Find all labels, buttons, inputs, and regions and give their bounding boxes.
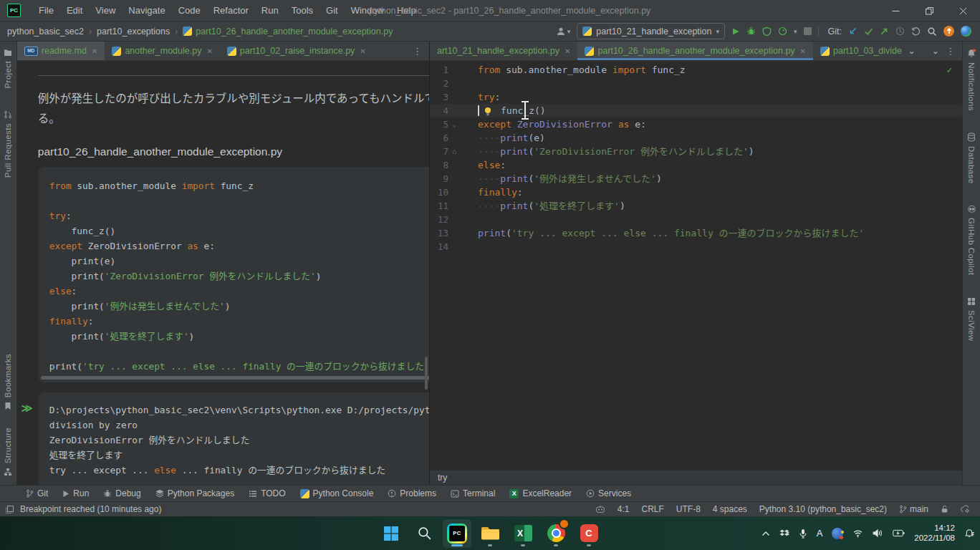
search-icon[interactable]	[927, 26, 937, 37]
editor-line[interactable]: 2	[430, 77, 962, 90]
tab-close-icon[interactable]: ✕	[206, 47, 212, 55]
rollback-icon[interactable]	[911, 27, 921, 36]
tool-window-button-python-console[interactable]: Python Console	[293, 488, 381, 498]
settings-sync-icon[interactable]	[961, 505, 970, 513]
plugin-sphere-icon[interactable]	[961, 26, 971, 37]
code-block-scrollbar[interactable]	[41, 376, 429, 380]
editor-line[interactable]: 7⌂····print('ZeroDivisionError 例外をハンドルしま…	[430, 145, 962, 158]
menu-item-file[interactable]: File	[32, 5, 60, 16]
lock-icon[interactable]	[941, 505, 948, 513]
taskbar-pycharm-icon[interactable]	[443, 519, 471, 548]
editor-line[interactable]: 13print('try ... except ... else ... fin…	[430, 226, 962, 240]
user-icon[interactable]: ▾	[556, 26, 571, 36]
minimize-icon[interactable]	[879, 0, 913, 21]
dropbox-icon[interactable]: z	[779, 529, 789, 538]
breadcrumb-scope[interactable]: try	[438, 473, 447, 483]
run-button[interactable]	[731, 27, 740, 36]
editor-line[interactable]: 4func_z()	[430, 104, 962, 117]
editor-line[interactable]: 1from sub.another_module import func_z✓	[430, 63, 962, 77]
taskbar-clock[interactable]: 14:12 2022/11/08	[914, 524, 955, 543]
taskbar-search-icon[interactable]	[410, 519, 438, 548]
menu-item-refactor[interactable]: Refactor	[207, 5, 255, 16]
update-available-icon[interactable]	[943, 26, 954, 37]
stripe-item-project[interactable]: Project	[4, 49, 12, 89]
menu-item-view[interactable]: View	[89, 5, 122, 16]
tab-close-icon[interactable]: ✕	[800, 47, 806, 55]
git-update-icon[interactable]	[848, 26, 858, 36]
editor-line[interactable]: 5⌄except ZeroDivisionError as e:	[430, 117, 962, 131]
stripe-item-database[interactable]: Database	[967, 132, 976, 183]
stripe-item-sciview[interactable]: SciView	[967, 297, 976, 342]
tool-window-button-debug[interactable]: Debug	[96, 488, 148, 498]
taskbar-chrome-icon[interactable]	[542, 519, 570, 548]
code-editor[interactable]: 1from sub.another_module import func_z✓2…	[430, 61, 962, 470]
caret-position[interactable]: 4:1	[618, 504, 630, 514]
tool-window-button-python-packages[interactable]: Python Packages	[148, 488, 241, 498]
breakpoint-icon[interactable]	[6, 506, 14, 513]
close-icon[interactable]	[946, 0, 980, 21]
tab-close-icon[interactable]: ✕	[565, 47, 570, 55]
chevron-down-icon[interactable]: ▾	[794, 28, 797, 35]
tray-chevron-up-icon[interactable]	[762, 531, 770, 536]
git-branch[interactable]: main	[899, 504, 928, 514]
debug-button[interactable]	[746, 26, 756, 36]
tool-window-button-excelreader[interactable]: XExcelReader	[502, 488, 579, 498]
menu-item-git[interactable]: Git	[320, 5, 345, 16]
hidden-tabs-chevron-icon[interactable]: ⌄	[932, 47, 938, 56]
editor-line[interactable]: 3try:	[430, 90, 962, 104]
editor-line[interactable]: 12	[430, 213, 962, 226]
tool-window-button-problems[interactable]: Problems	[380, 488, 443, 498]
editor-line[interactable]: 10finally:	[430, 185, 962, 199]
editor-breadcrumb[interactable]: try	[430, 470, 962, 485]
editor-line[interactable]: 8else:	[430, 158, 962, 172]
tool-window-button-services[interactable]: Services	[579, 488, 638, 498]
indent-setting[interactable]: 4 spaces	[713, 504, 747, 514]
file-encoding[interactable]: UTF-8	[676, 504, 701, 514]
wifi-icon[interactable]	[852, 529, 863, 538]
run-configuration-select[interactable]: part10_21_handle_exception ▾	[577, 23, 725, 39]
status-message[interactable]: Breakpoint reached (10 minutes ago)	[20, 504, 161, 514]
tab-part10_26_handle_another_module_exception.py[interactable]: part10_26_handle_another_module_exceptio…	[577, 42, 813, 60]
breadcrumb-item[interactable]: python_basic_sec2	[7, 26, 84, 37]
copilot-status-icon[interactable]	[595, 505, 605, 513]
tab-part10_03_divide[interactable]: part10_03_divide⌄	[813, 42, 922, 60]
tab-readme.md[interactable]: MDreadme.md✕	[17, 42, 105, 60]
stripe-item-bookmarks[interactable]: Bookmarks	[4, 354, 12, 410]
editor-line[interactable]: 6····print(e)	[430, 131, 962, 145]
breadcrumb-item[interactable]: part10_26_handle_another_module_exceptio…	[183, 26, 393, 37]
volume-icon[interactable]	[873, 529, 883, 538]
taskbar-explorer-icon[interactable]	[476, 519, 504, 548]
tool-window-button-git[interactable]: Git	[19, 488, 55, 498]
tab-options-icon[interactable]: ⋮	[413, 46, 422, 57]
pycharm-logo-icon[interactable]: PC	[7, 4, 21, 17]
tool-window-button-terminal[interactable]: Terminal	[443, 488, 502, 498]
interpreter[interactable]: Python 3.10 (python_basic_sec2)	[759, 504, 887, 514]
tool-window-button-todo[interactable]: TODO	[241, 488, 292, 498]
menu-item-navigate[interactable]: Navigate	[122, 5, 171, 16]
tray-app-icon[interactable]	[832, 528, 843, 539]
restore-icon[interactable]	[913, 0, 946, 21]
tab-part10_02_raise_instance.py[interactable]: part10_02_raise_instance.py✕	[220, 42, 373, 60]
editor-line[interactable]: 11····print('処理を終了します')	[430, 199, 962, 213]
menu-item-run[interactable]: Run	[255, 5, 285, 16]
profiler-button[interactable]	[778, 26, 787, 36]
preview-scrollbar[interactable]	[425, 357, 428, 390]
stripe-item-github-copilot[interactable]: GitHub Copilot	[967, 205, 976, 275]
tab-close-icon[interactable]: ✕	[360, 47, 365, 55]
start-button[interactable]	[377, 519, 405, 548]
menu-item-code[interactable]: Code	[172, 5, 207, 16]
stripe-item-structure[interactable]: Structure	[4, 428, 12, 476]
stripe-item-pull-requests[interactable]: Pull Requests	[4, 110, 12, 178]
breadcrumb-item[interactable]: part10_exceptions	[97, 26, 170, 37]
coverage-button[interactable]	[762, 26, 772, 37]
line-ending[interactable]: CRLF	[641, 504, 663, 514]
tool-window-button-run[interactable]: Run	[55, 488, 96, 498]
chevron-down-icon[interactable]: ⌄	[908, 47, 915, 56]
git-push-icon[interactable]	[880, 26, 889, 36]
menu-item-edit[interactable]: Edit	[60, 5, 89, 16]
taskbar-excel-icon[interactable]	[509, 519, 537, 548]
menu-item-tools[interactable]: Tools	[285, 5, 320, 16]
notification-bell-icon[interactable]: z	[964, 529, 974, 539]
stripe-item-notifications[interactable]: Notifications	[967, 49, 976, 111]
battery-icon[interactable]	[893, 529, 905, 537]
